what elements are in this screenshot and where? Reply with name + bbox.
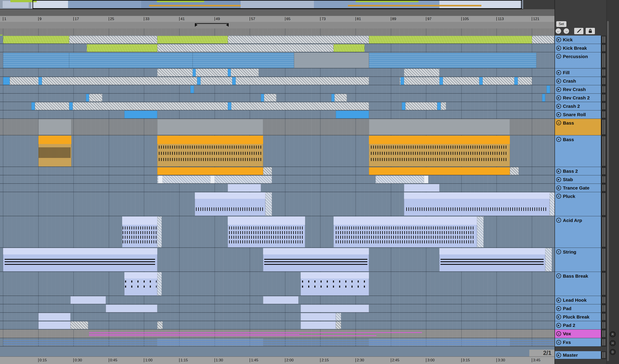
clip[interactable] [69, 36, 157, 43]
loop-brace[interactable] [195, 23, 229, 28]
clip[interactable] [157, 69, 259, 76]
track-name-cell[interactable]: ▶Master [555, 351, 601, 359]
track-header-crash-2[interactable]: ▶Crash 2 [555, 102, 607, 111]
track-header-lead-hook[interactable]: ▶Lead Hook [555, 296, 607, 304]
track-row-bass-break[interactable] [0, 272, 554, 296]
clip[interactable] [542, 94, 545, 102]
minutes-seconds-ruler[interactable]: 0:150:300:451:001:151:301:452:002:152:30… [0, 356, 554, 364]
clip[interactable] [228, 69, 231, 76]
clip[interactable] [3, 77, 10, 85]
clip[interactable] [439, 77, 443, 85]
clip[interactable] [195, 192, 265, 216]
fold-track-icon[interactable]: ▶ [556, 46, 561, 51]
fold-track-icon[interactable]: ▶ [556, 112, 561, 117]
clip[interactable] [336, 313, 341, 321]
clip[interactable] [369, 136, 510, 167]
track-header-bass[interactable]: ≡Bass [555, 119, 607, 135]
track-name-cell[interactable]: ▶Snare Roll [555, 111, 601, 119]
clip[interactable] [336, 111, 369, 118]
clip[interactable] [232, 77, 236, 85]
view-toggle-d[interactable]: D [610, 349, 616, 355]
clip[interactable] [369, 119, 510, 135]
track-header-pluck-break[interactable]: ▶Pluck Break [555, 313, 607, 321]
track-name-cell[interactable]: ▼Acid Arp [555, 216, 601, 248]
track-name-cell[interactable]: ▶Pluck Break [555, 313, 601, 321]
clip[interactable] [87, 44, 157, 52]
track-row-kick-break[interactable] [0, 44, 554, 52]
clip[interactable] [73, 102, 369, 110]
clip[interactable] [3, 53, 69, 68]
set-button[interactable]: Set [556, 21, 566, 27]
track-name-cell[interactable]: ▼Bass [555, 135, 601, 167]
clip[interactable] [510, 167, 519, 175]
track-header-bass-break[interactable]: ▼Bass Break [555, 272, 607, 296]
clip[interactable] [263, 167, 272, 175]
track-header-vox[interactable]: ≡Vox [555, 330, 607, 338]
track-row-fxs[interactable] [0, 338, 554, 347]
track-row-percussion[interactable] [0, 52, 554, 69]
track-row-crash-2[interactable] [0, 102, 554, 111]
clip[interactable] [157, 136, 263, 167]
track-row-snare-roll[interactable] [0, 111, 554, 119]
clip[interactable] [210, 176, 215, 183]
track-header-rev-crash[interactable]: ▶Rev Crash [555, 85, 607, 94]
clip[interactable] [263, 248, 369, 271]
clip[interactable] [3, 248, 157, 271]
fold-track-icon[interactable]: ▶ [556, 104, 561, 109]
track-name-cell[interactable]: ▼Bass Break [555, 272, 601, 296]
time-signature[interactable]: 2/1 [529, 350, 554, 356]
track-header-pad-2[interactable]: ▶Pad 2 [555, 321, 607, 330]
clip[interactable] [441, 102, 446, 110]
clip[interactable] [402, 102, 405, 110]
clip[interactable] [38, 136, 71, 167]
clip[interactable] [69, 102, 73, 110]
track-header-crash[interactable]: ▶Crash [555, 77, 607, 85]
track-name-cell[interactable]: ≡Percussion [555, 52, 601, 69]
clip[interactable] [157, 176, 272, 183]
clip[interactable] [405, 102, 437, 110]
track-header-string[interactable]: ▼String [555, 248, 607, 272]
clip[interactable] [197, 77, 201, 85]
clip[interactable] [294, 53, 369, 68]
track-header-kick-break[interactable]: ▶Kick Break [555, 44, 607, 52]
clip[interactable] [404, 69, 439, 76]
locator-lane[interactable] [0, 28, 554, 36]
clip[interactable] [106, 305, 157, 312]
lock-envelopes-button[interactable] [585, 28, 595, 34]
clip[interactable] [369, 36, 532, 43]
clip[interactable] [334, 216, 477, 247]
clip[interactable] [400, 77, 532, 85]
clip[interactable] [532, 36, 554, 43]
vertical-scrollbar[interactable] [607, 21, 609, 361]
group-fold-icon[interactable]: ≡ [556, 340, 561, 345]
clip[interactable] [479, 77, 483, 85]
track-row-pluck[interactable] [0, 192, 554, 216]
clip[interactable] [404, 192, 549, 216]
track-name-cell[interactable]: ▶Stab [555, 175, 601, 184]
track-row-string[interactable] [0, 248, 554, 272]
clip[interactable] [3, 338, 554, 346]
clip[interactable] [38, 321, 71, 329]
unfold-track-icon[interactable]: ▼ [556, 273, 561, 278]
group-fold-icon[interactable]: ≡ [556, 331, 561, 336]
clip[interactable] [547, 85, 550, 93]
track-name-cell[interactable]: ≡Bass [555, 119, 601, 135]
clip[interactable] [437, 102, 441, 110]
clip[interactable] [376, 176, 428, 183]
clip[interactable] [404, 184, 439, 192]
fold-track-icon[interactable]: ▶ [556, 95, 561, 100]
beat-time-ruler[interactable]: 191725334149576573818997105113121 [0, 16, 554, 22]
track-name-cell[interactable]: ▼Pluck [555, 192, 601, 216]
clip[interactable] [514, 77, 518, 85]
fold-track-icon[interactable]: ▶ [556, 298, 561, 303]
track-row-trance-gate[interactable] [0, 184, 554, 192]
track-row-rev-crash-2[interactable] [0, 94, 554, 102]
fold-track-icon[interactable]: ▶ [556, 87, 561, 92]
clip[interactable] [3, 36, 69, 43]
track-header-snare-roll[interactable]: ▶Snare Roll [555, 111, 607, 119]
clip[interactable] [69, 53, 193, 68]
fold-track-icon[interactable]: ▶ [556, 70, 561, 75]
track-header-master[interactable]: ▶Master [555, 351, 607, 359]
clip[interactable] [439, 248, 545, 271]
clip[interactable] [545, 248, 552, 271]
